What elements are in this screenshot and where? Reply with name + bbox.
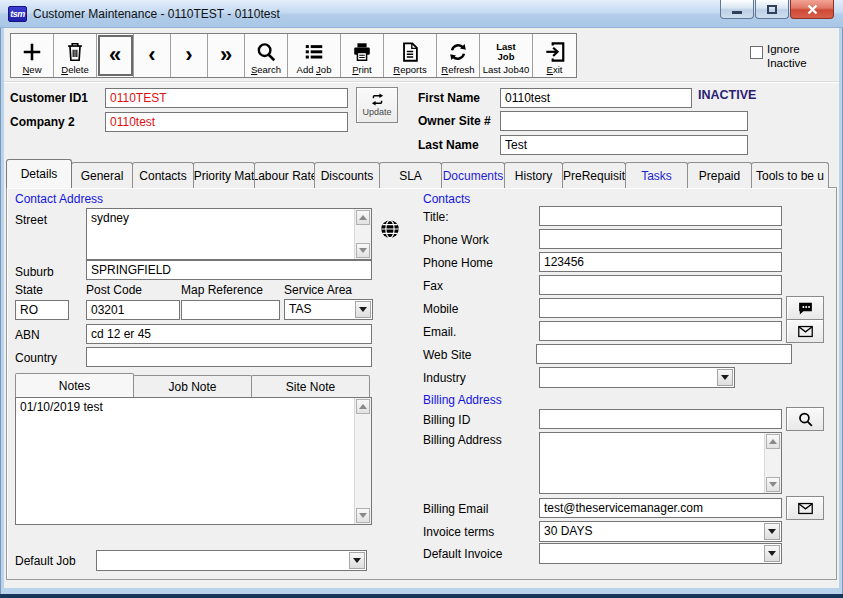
title-field[interactable] — [539, 206, 782, 226]
section-label-billing-address: Billing Address — [423, 393, 502, 407]
last-job-button[interactable]: LastJob Last Job40 — [480, 34, 533, 77]
tab-discounts[interactable]: Discounts — [314, 162, 380, 188]
default-job-select[interactable] — [96, 550, 367, 571]
tab-sla[interactable]: SLA — [379, 162, 442, 188]
scroll-down-icon[interactable] — [766, 477, 780, 492]
state-label: State — [15, 283, 43, 297]
notes-scrollbar[interactable] — [354, 398, 371, 524]
first-name-field[interactable] — [500, 88, 692, 108]
chevron-down-icon[interactable] — [764, 545, 780, 562]
invoice-terms-select[interactable]: 30 DAYS — [539, 521, 782, 542]
tab-tasks[interactable]: Tasks — [625, 162, 688, 188]
minimize-icon — [732, 11, 742, 14]
last-name-field[interactable] — [500, 135, 748, 155]
street-field[interactable]: sydney — [86, 208, 372, 260]
billing-email-button[interactable] — [786, 496, 824, 520]
notes-field[interactable]: 01/10/2019 test — [15, 397, 372, 525]
tab-details[interactable]: Details — [6, 159, 72, 188]
billing-email-field[interactable] — [539, 498, 782, 518]
nav-last-button[interactable]: » — [208, 34, 245, 77]
default-job-label: Default Job — [15, 554, 76, 568]
print-button[interactable]: Print — [341, 34, 384, 77]
tab-history[interactable]: History — [504, 162, 563, 188]
tab-labour-rate[interactable]: Labour Rate — [254, 162, 315, 188]
owner-site-field[interactable] — [500, 111, 748, 131]
maximize-button[interactable] — [755, 0, 789, 19]
post-code-field[interactable] — [86, 300, 180, 320]
tab-job-note[interactable]: Job Note — [133, 375, 252, 397]
nav-first-button[interactable]: « — [97, 34, 134, 77]
phone-home-field[interactable] — [539, 252, 782, 272]
web-site-field[interactable] — [536, 344, 792, 364]
fax-label: Fax — [423, 279, 443, 293]
update-button[interactable]: Update — [356, 87, 398, 123]
billing-id-field[interactable] — [539, 409, 782, 429]
company-label: Company 2 — [10, 115, 75, 129]
app-icon: tsm — [8, 6, 27, 22]
add-job-button[interactable]: Add Job — [288, 34, 341, 77]
reports-button[interactable]: Reports — [384, 34, 437, 77]
service-area-select[interactable]: TAS — [284, 299, 373, 320]
minimize-button[interactable] — [720, 0, 754, 19]
chevron-down-icon[interactable] — [349, 552, 365, 569]
window-title: Customer Maintenance - 0110TEST - 0110te… — [33, 7, 280, 21]
tab-documents[interactable]: Documents — [441, 162, 505, 188]
search-button[interactable]: Search — [245, 34, 288, 77]
map-globe-button[interactable] — [379, 218, 401, 240]
scroll-up-icon[interactable] — [356, 210, 370, 225]
tab-priority-matrix[interactable]: Priority Mat — [193, 162, 255, 188]
scroll-down-icon[interactable] — [356, 508, 370, 523]
email-field[interactable] — [539, 321, 782, 341]
tab-notes[interactable]: Notes — [15, 373, 134, 397]
tab-contacts[interactable]: Contacts — [132, 162, 194, 188]
close-button[interactable] — [790, 0, 834, 19]
owner-site-label: Owner Site # — [418, 114, 491, 128]
tab-tools[interactable]: Tools to be u — [751, 162, 829, 188]
phone-work-field[interactable] — [539, 229, 782, 249]
new-button[interactable]: New — [11, 34, 54, 77]
mobile-field[interactable] — [539, 298, 782, 318]
sms-button[interactable] — [786, 296, 824, 320]
tab-strip: Details General Contacts Priority Mat La… — [6, 159, 828, 188]
nav-prev-button[interactable]: ‹ — [134, 34, 171, 77]
first-name-label: First Name — [418, 91, 480, 105]
tab-prerequisite[interactable]: PreRequisit — [562, 162, 626, 188]
tab-general[interactable]: General — [71, 162, 133, 188]
default-invoice-select[interactable] — [539, 543, 782, 564]
refresh-button[interactable]: Refresh — [437, 34, 480, 77]
chevron-down-icon[interactable] — [717, 369, 733, 386]
tab-prepaid[interactable]: Prepaid — [687, 162, 752, 188]
scroll-up-icon[interactable] — [356, 399, 370, 414]
billing-address-scrollbar[interactable] — [764, 433, 781, 493]
send-email-button[interactable] — [786, 319, 824, 343]
billing-search-button[interactable] — [786, 407, 824, 431]
delete-button[interactable]: Delete — [54, 34, 97, 77]
title-label: Title: — [423, 210, 449, 224]
default-invoice-label: Default Invoice — [423, 547, 502, 561]
nav-next-button[interactable]: › — [171, 34, 208, 77]
abn-field[interactable] — [86, 324, 372, 344]
trash-icon — [64, 39, 86, 64]
chevron-down-icon[interactable] — [764, 523, 780, 540]
ignore-inactive-checkbox[interactable] — [750, 46, 763, 59]
scroll-up-icon[interactable] — [766, 434, 780, 449]
tab-site-note[interactable]: Site Note — [251, 375, 370, 397]
toolbar: New Delete « ‹ › » Search — [10, 33, 577, 78]
industry-select[interactable] — [539, 367, 735, 388]
map-reference-field[interactable] — [181, 300, 280, 320]
billing-address-field[interactable] — [539, 432, 782, 494]
scroll-down-icon[interactable] — [356, 243, 370, 258]
suburb-field[interactable] — [86, 260, 372, 280]
fax-field[interactable] — [539, 275, 782, 295]
country-field[interactable] — [86, 347, 372, 367]
company-field[interactable] — [105, 112, 348, 132]
state-field[interactable] — [15, 300, 69, 320]
chevrons-right-icon: » — [220, 45, 232, 65]
chevron-down-icon[interactable] — [355, 301, 371, 318]
street-scrollbar[interactable] — [354, 209, 371, 259]
exit-button[interactable]: Exit — [533, 34, 576, 77]
country-label: Country — [15, 351, 57, 365]
customer-id-field[interactable] — [105, 88, 348, 108]
email-label: Email. — [423, 325, 456, 339]
search-icon — [255, 39, 277, 64]
